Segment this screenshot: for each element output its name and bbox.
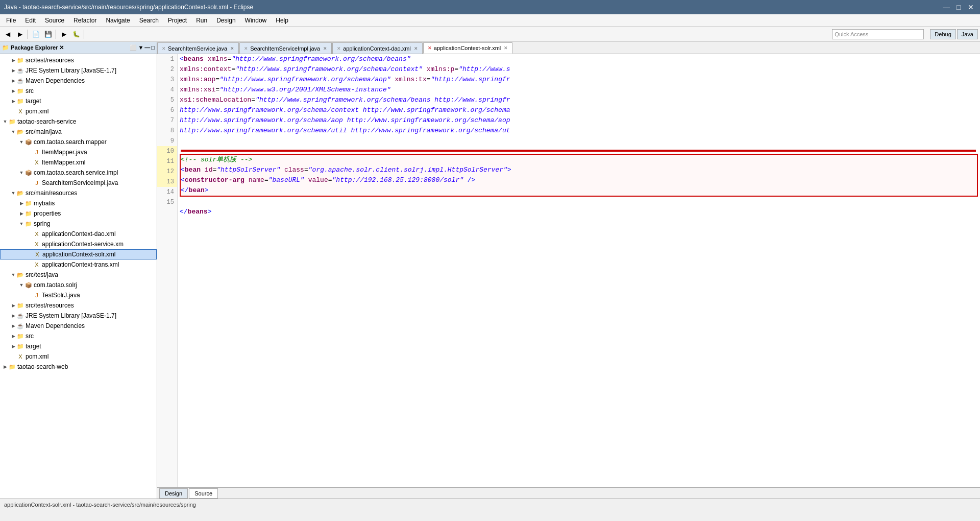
tree-label-25: JRE System Library [JavaSE-1.7]: [26, 312, 116, 319]
tab-close-3[interactable]: ✕: [504, 45, 508, 51]
tree-item-5[interactable]: Xpom.xml: [0, 106, 157, 116]
tree-label-24: src/test/resources: [26, 302, 74, 309]
toolbar-run[interactable]: ▶: [58, 29, 69, 40]
tree-item-9[interactable]: JItemMapper.java: [0, 147, 157, 157]
tree-arrow-14: ▶: [18, 201, 24, 206]
menu-item-design[interactable]: Design: [212, 16, 239, 25]
close-button[interactable]: ✕: [966, 2, 976, 12]
tab-close-1[interactable]: ✕: [323, 46, 327, 51]
tree-item-1[interactable]: ▶☕JRE System Library [JavaSE-1.7]: [0, 65, 157, 76]
code-line-11: <bean id="httpSolrServer" class="org.apa…: [181, 165, 977, 175]
toolbar-back[interactable]: ◀: [2, 29, 13, 40]
tree-label-23: TestSolrJ.java: [42, 292, 80, 299]
tree-icon-1: ☕: [16, 66, 24, 75]
tree-label-5: pom.xml: [26, 108, 48, 115]
tree-label-18: applicationContext-service.xm: [42, 241, 124, 248]
toolbar-forward[interactable]: ▶: [14, 29, 26, 40]
tree-item-19[interactable]: XapplicationContext-solr.xml: [0, 249, 157, 259]
tree-icon-4: 📁: [16, 97, 24, 105]
editor-tab-0[interactable]: ✕SearchItemService.java✕: [157, 42, 239, 54]
tree-label-28: target: [26, 343, 41, 350]
minimize-button[interactable]: —: [941, 2, 951, 12]
tree-label-9: ItemMapper.java: [42, 149, 87, 156]
code-content[interactable]: <beans xmlns="http://www.springframework…: [178, 54, 980, 487]
menu-item-edit[interactable]: Edit: [21, 16, 40, 25]
pe-min[interactable]: —: [144, 44, 150, 51]
tree-item-16[interactable]: ▼📁spring: [0, 219, 157, 229]
tree-arrow-15: ▶: [18, 211, 24, 216]
pe-menu[interactable]: ▼: [138, 44, 143, 51]
tree-label-27: src: [26, 333, 34, 340]
editor-tab-3[interactable]: ✕applicationContext-solr.xml✕: [423, 42, 512, 54]
tree-item-7[interactable]: ▼📂src/main/java: [0, 127, 157, 137]
tree-icon-16: 📁: [24, 220, 33, 228]
line-num-10: 10: [157, 146, 177, 156]
tree-item-13[interactable]: ▼📂src/main/resources: [0, 188, 157, 198]
status-text: applicationContext-solr.xml - taotao-sea…: [4, 502, 196, 508]
editor-tab-1[interactable]: ✕SearchItemServiceImpl.java✕: [239, 42, 332, 54]
tree-item-24[interactable]: ▶📁src/test/resources: [0, 300, 157, 311]
toolbar-debug[interactable]: 🐛: [70, 29, 82, 40]
tree-item-0[interactable]: ▶📁src/test/resources: [0, 55, 157, 65]
tree-item-23[interactable]: JTestSolrJ.java: [0, 290, 157, 300]
code-line-13: </bean>: [181, 185, 977, 196]
tree-arrow-8: ▼: [18, 139, 24, 145]
java-perspective-btn[interactable]: Java: [957, 29, 978, 39]
tree-item-18[interactable]: XapplicationContext-service.xm: [0, 239, 157, 249]
code-line-4: xmlns:xsi="http://www.w3.org/2001/XMLSch…: [180, 85, 978, 95]
tree-item-29[interactable]: Xpom.xml: [0, 351, 157, 362]
quick-access-input[interactable]: Quick Access: [832, 29, 924, 39]
tree-item-8[interactable]: ▼📦com.taotao.search.mapper: [0, 137, 157, 147]
bottom-tab-source[interactable]: Source: [189, 488, 218, 499]
tree-icon-28: 📁: [16, 342, 24, 350]
tree-item-4[interactable]: ▶📁target: [0, 96, 157, 106]
code-line-15: </beans>: [180, 207, 978, 217]
tree-icon-21: 📂: [16, 271, 24, 279]
tree-item-17[interactable]: XapplicationContext-dao.xml: [0, 229, 157, 239]
bottom-tab-design[interactable]: Design: [159, 488, 188, 499]
tab-label-3: applicationContext-solr.xml: [434, 45, 501, 51]
tab-close-0[interactable]: ✕: [230, 46, 234, 51]
pe-collapse[interactable]: ⬜: [130, 44, 137, 51]
tree-item-15[interactable]: ▶📁properties: [0, 208, 157, 219]
menu-item-search[interactable]: Search: [135, 16, 163, 25]
tree-item-20[interactable]: XapplicationContext-trans.xml: [0, 259, 157, 270]
tree-item-6[interactable]: ▼📁taotao-search-service: [0, 116, 157, 127]
tree-item-14[interactable]: ▶📁mybatis: [0, 198, 157, 208]
tree-item-11[interactable]: ▼📦com.taotao.search.service.impl: [0, 168, 157, 178]
tab-close-2[interactable]: ✕: [414, 46, 418, 51]
menu-item-project[interactable]: Project: [164, 16, 191, 25]
tree-item-10[interactable]: XItemMapper.xml: [0, 157, 157, 168]
tree-label-11: com.taotao.search.service.impl: [34, 169, 118, 176]
line-num-15: 15: [157, 197, 177, 207]
tree-item-12[interactable]: JSearchItemServiceImpl.java: [0, 178, 157, 188]
toolbar-save[interactable]: 💾: [42, 29, 54, 40]
tree-item-3[interactable]: ▶📁src: [0, 86, 157, 96]
menu-item-source[interactable]: Source: [41, 16, 68, 25]
toolbar-sep-2: [56, 30, 56, 39]
tree-item-21[interactable]: ▼📂src/test/java: [0, 270, 157, 280]
line-num-6: 6: [157, 105, 177, 115]
menu-item-window[interactable]: Window: [241, 16, 271, 25]
editor-tab-2[interactable]: ✕applicationContext-dao.xml✕: [332, 42, 423, 54]
menu-item-refactor[interactable]: Refactor: [69, 16, 101, 25]
tree-item-26[interactable]: ▶☕Maven Dependencies: [0, 321, 157, 331]
tree-item-25[interactable]: ▶☕JRE System Library [JavaSE-1.7]: [0, 311, 157, 321]
pe-max[interactable]: □: [151, 44, 155, 51]
tree-item-28[interactable]: ▶📁target: [0, 341, 157, 351]
tree-icon-14: 📁: [24, 199, 33, 207]
menu-item-file[interactable]: File: [2, 16, 20, 25]
code-editor[interactable]: 123456789101112131415 <beans xmlns="http…: [157, 54, 980, 487]
tree-item-27[interactable]: ▶📁src: [0, 331, 157, 341]
tree-item-30[interactable]: ▶📁taotao-search-web: [0, 362, 157, 372]
tree-item-2[interactable]: ▶☕Maven Dependencies: [0, 76, 157, 86]
tab-icon-1: ✕: [244, 46, 248, 51]
tree-label-7: src/main/java: [26, 128, 62, 135]
debug-perspective-btn[interactable]: Debug: [930, 29, 955, 39]
menu-item-run[interactable]: Run: [192, 16, 211, 25]
tree-item-22[interactable]: ▼📦com.taotao.solrj: [0, 280, 157, 290]
menu-item-navigate[interactable]: Navigate: [102, 16, 134, 25]
toolbar-new[interactable]: 📄: [30, 29, 41, 40]
maximize-button[interactable]: □: [953, 2, 964, 12]
menu-item-help[interactable]: Help: [272, 16, 292, 25]
